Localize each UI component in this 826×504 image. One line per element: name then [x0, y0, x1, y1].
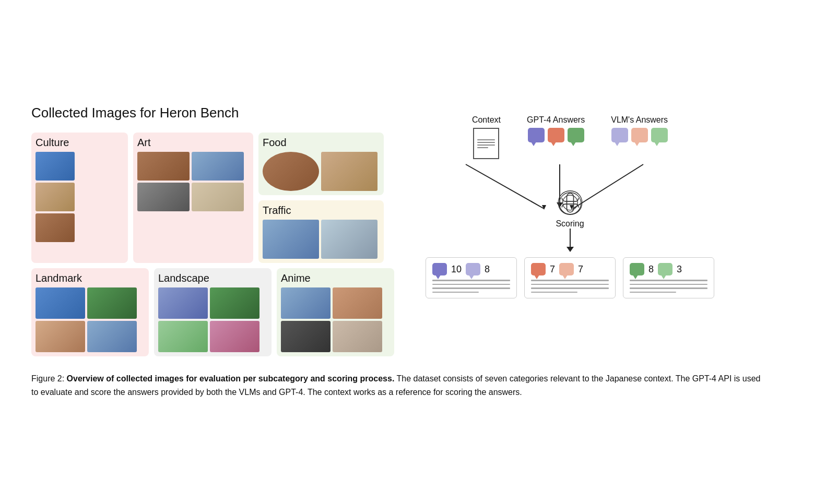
scoring-diagram: Context GPT-4 Answers	[426, 115, 714, 298]
score-card-3-bubble-light	[658, 263, 672, 275]
score-line	[531, 284, 609, 285]
score-card-2-score-main: 7	[550, 264, 555, 275]
score-line	[630, 292, 676, 293]
culture-images	[36, 152, 124, 242]
context-line-1	[477, 139, 495, 140]
landmark-card: Landmark	[31, 268, 149, 356]
score-card-3-score-light: 3	[677, 264, 682, 275]
score-card-1-bubble-light	[466, 263, 480, 275]
art-images	[137, 152, 249, 211]
score-card-1-header: 10 8	[432, 263, 510, 275]
openai-logo-svg	[553, 186, 587, 220]
section-title: Collected Images for Heron Bench	[31, 105, 394, 121]
score-card-2-bubble-light	[559, 263, 574, 275]
gpt4-bubble-purple	[528, 128, 545, 142]
food-images	[263, 152, 380, 191]
grid-row-2: Landmark Landscape	[31, 268, 394, 356]
score-card-3-lines	[630, 280, 707, 293]
score-card-1-lines	[432, 280, 510, 293]
food-traffic-stack: Food Traffic	[258, 133, 384, 263]
food-card: Food	[258, 133, 384, 195]
score-card-2: 7 7	[524, 257, 616, 298]
arrow-shaft	[570, 229, 571, 247]
anime-images	[281, 287, 390, 352]
arrow-head	[567, 247, 574, 252]
score-card-2-score-light: 7	[578, 264, 583, 275]
context-label: Context	[472, 115, 501, 125]
vlm-answers-block: VLM's Answers	[611, 115, 668, 142]
context-block: Context	[472, 115, 501, 159]
score-line	[432, 280, 510, 281]
landscape-card: Landscape	[154, 268, 272, 356]
score-line	[630, 280, 707, 281]
score-card-3-score-main: 8	[648, 264, 654, 275]
score-card-3: 8 3	[623, 257, 714, 298]
score-line	[630, 287, 707, 289]
art-card: Art	[133, 133, 253, 263]
score-card-2-header: 7 7	[531, 263, 609, 275]
vlm-bubble-purple	[611, 128, 628, 142]
arrows-to-logo	[440, 159, 701, 222]
right-side: Context GPT-4 Answers	[426, 105, 714, 298]
main-content: Collected Images for Heron Bench Culture	[31, 105, 795, 356]
left-side: Collected Images for Heron Bench Culture	[31, 105, 394, 356]
context-line-2	[477, 142, 495, 143]
caption-prefix: Figure 2:	[31, 374, 67, 383]
score-line	[531, 280, 609, 281]
traffic-images	[263, 220, 380, 259]
scoring-section: Scoring	[556, 219, 584, 252]
landmark-title: Landmark	[36, 272, 145, 284]
food-title: Food	[263, 137, 380, 149]
landmark-images	[36, 287, 145, 352]
gpt4-answers-label: GPT-4 Answers	[527, 115, 585, 125]
svg-point-6	[562, 196, 577, 211]
vlm-answers-label: VLM's Answers	[611, 115, 668, 125]
diagram-top-row: Context GPT-4 Answers	[472, 115, 668, 159]
score-card-1-score-main: 10	[451, 264, 462, 275]
gpt4-answers-block: GPT-4 Answers	[527, 115, 585, 142]
context-line-4	[477, 147, 488, 148]
gpt4-bubble-green	[568, 128, 584, 142]
scoring-arrow	[567, 229, 574, 252]
caption-bold: Overview of collected images for evaluat…	[67, 374, 395, 383]
context-line-3	[477, 145, 495, 146]
score-line	[432, 287, 510, 289]
score-card-3-bubble-main	[630, 263, 644, 275]
context-icon	[473, 128, 499, 159]
traffic-card: Traffic	[258, 200, 384, 263]
vlm-bubbles	[611, 128, 668, 142]
landscape-images	[158, 287, 267, 352]
culture-title: Culture	[36, 137, 124, 149]
score-line	[630, 284, 707, 285]
score-line	[531, 292, 577, 293]
score-line	[432, 292, 479, 293]
score-card-2-lines	[531, 280, 609, 293]
culture-card: Culture	[31, 133, 128, 263]
vlm-bubble-orange	[631, 128, 648, 142]
svg-line-0	[466, 164, 544, 209]
score-card-1-score-light: 8	[485, 264, 490, 275]
traffic-title: Traffic	[263, 205, 380, 217]
score-card-3-header: 8 3	[630, 263, 707, 275]
score-line	[432, 284, 510, 285]
grid-row-1: Culture Art	[31, 133, 394, 263]
anime-title: Anime	[281, 272, 390, 284]
caption: Figure 2: Overview of collected images f…	[31, 372, 762, 399]
landscape-title: Landscape	[158, 272, 267, 284]
image-grid: Culture Art	[31, 133, 394, 356]
score-card-2-bubble-main	[531, 263, 546, 275]
score-card-1: 10 8	[426, 257, 517, 298]
score-line	[531, 287, 609, 289]
gpt4-bubble-orange	[548, 128, 564, 142]
art-title: Art	[137, 137, 249, 149]
score-cards-row: 10 8	[426, 257, 714, 298]
openai-logo-wrapper	[553, 186, 587, 222]
gpt4-bubbles	[528, 128, 584, 142]
score-card-1-bubble-main	[432, 263, 447, 275]
vlm-bubble-green	[651, 128, 668, 142]
anime-card: Anime	[277, 268, 394, 356]
page-container: Collected Images for Heron Bench Culture	[0, 84, 826, 419]
